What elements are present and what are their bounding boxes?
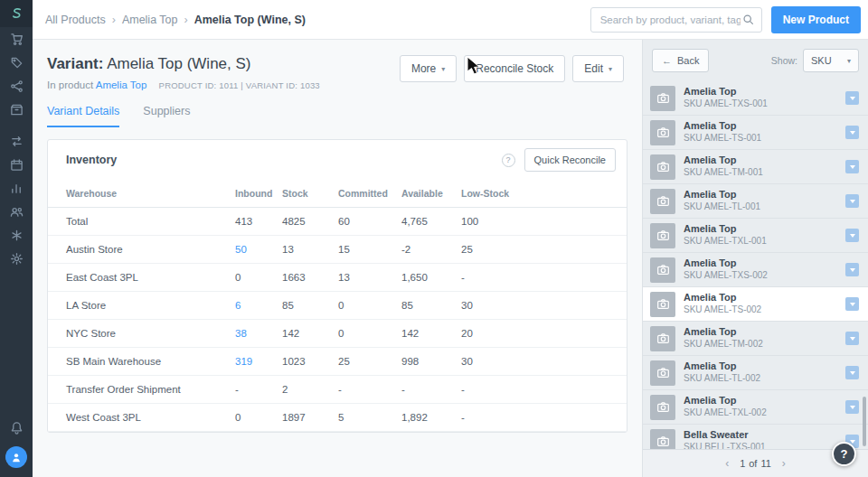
cell-low-stock: - xyxy=(461,404,609,431)
variant-list-item[interactable]: Amelia TopSKU AMEL-TM-002 xyxy=(643,322,868,356)
variant-list: Amelia TopSKU AMEL-TXS-001Amelia TopSKU … xyxy=(643,81,868,450)
variant-ids-meta: PRODUCT ID: 1011 | VARIANT ID: 1033 xyxy=(159,80,320,90)
variant-item-sku: SKU AMEL-TS-001 xyxy=(684,133,761,145)
camera-placeholder-icon xyxy=(650,292,675,317)
show-group: Show: SKU ▾ xyxy=(771,49,859,72)
inventory-box-icon[interactable] xyxy=(0,98,33,121)
search-input[interactable] xyxy=(599,14,742,26)
reconcile-stock-label: Reconcile Stock xyxy=(476,62,553,75)
back-button-label: Back xyxy=(677,55,699,66)
variant-item-sku: SKU AMEL-TL-002 xyxy=(684,373,760,385)
inventory-title: Inventory xyxy=(66,154,117,166)
inventory-table: WarehouseInboundStockCommittedAvailableL… xyxy=(48,180,627,432)
table-row: West Coast 3PL0189751,892- xyxy=(48,404,627,432)
reconcile-stock-button[interactable]: Reconcile Stock xyxy=(464,55,565,82)
cell-inbound[interactable]: 50 xyxy=(235,236,282,263)
tab-variant-details[interactable]: Variant Details xyxy=(47,105,119,127)
variant-list-item[interactable]: Amelia TopSKU AMEL-TS-002 xyxy=(643,287,868,322)
variant-list-item[interactable]: Amelia TopSKU AMEL-TS-001 xyxy=(643,116,868,150)
cell-inbound: 0 xyxy=(235,264,282,291)
show-dropdown[interactable]: SKU ▾ xyxy=(803,49,859,72)
stitch-logo-icon[interactable] xyxy=(0,0,33,27)
scrollbar-thumb[interactable] xyxy=(863,397,866,446)
help-circle-icon[interactable]: ? xyxy=(502,154,515,167)
cell-warehouse: East Coast 3PL xyxy=(66,264,235,291)
item-caret-badge-icon[interactable] xyxy=(845,366,859,379)
variant-item-title: Amelia Top xyxy=(684,395,767,407)
table-header-row: WarehouseInboundStockCommittedAvailableL… xyxy=(48,180,627,208)
variant-item-title: Amelia Top xyxy=(684,154,763,167)
page-of-label: of xyxy=(749,458,757,469)
variant-list-item[interactable]: Amelia TopSKU AMEL-TXL-002 xyxy=(643,390,868,425)
help-button[interactable]: ? xyxy=(832,442,856,466)
reports-chart-icon[interactable] xyxy=(0,176,33,200)
item-caret-badge-icon[interactable] xyxy=(845,297,859,311)
item-caret-badge-icon[interactable] xyxy=(845,332,859,345)
back-button[interactable]: ← Back xyxy=(652,49,709,72)
prev-page-icon[interactable]: ‹ xyxy=(725,457,729,470)
contacts-users-icon[interactable] xyxy=(0,200,33,223)
camera-placeholder-icon xyxy=(650,120,675,145)
column-header-committed: Committed xyxy=(338,180,401,207)
cell-committed: 15 xyxy=(338,236,401,263)
next-page-icon[interactable]: › xyxy=(782,457,786,470)
item-caret-badge-icon[interactable] xyxy=(845,126,859,139)
more-button[interactable]: More ▾ xyxy=(400,55,457,82)
variant-list-item[interactable]: Amelia TopSKU AMEL-TL-002 xyxy=(643,356,868,390)
cell-low-stock: - xyxy=(461,376,609,403)
variant-list-item[interactable]: Amelia TopSKU AMEL-TXL-001 xyxy=(643,219,868,253)
page-title-prefix: Variant: xyxy=(47,55,103,72)
product-link[interactable]: Amelia Top xyxy=(96,80,147,90)
item-caret-badge-icon[interactable] xyxy=(845,91,859,105)
item-caret-badge-icon[interactable] xyxy=(845,263,859,276)
cell-stock: 1023 xyxy=(282,348,338,375)
cell-stock: 1663 xyxy=(282,264,338,291)
new-product-button[interactable]: New Product xyxy=(771,6,861,33)
breadcrumb-item-all-products[interactable]: All Products xyxy=(45,14,106,26)
cell-stock: 1897 xyxy=(282,404,338,431)
tab-suppliers[interactable]: Suppliers xyxy=(143,105,190,127)
variant-subline: In product Amelia Top PRODUCT ID: 1011 |… xyxy=(47,80,320,90)
search-box[interactable] xyxy=(590,7,762,33)
user-avatar[interactable] xyxy=(5,446,27,468)
notifications-bell-icon[interactable] xyxy=(0,416,33,439)
variant-item-sku: SKU AMEL-TXS-002 xyxy=(684,270,768,282)
products-tag-icon[interactable] xyxy=(0,51,33,74)
quick-reconcile-button[interactable]: Quick Reconcile xyxy=(524,148,616,172)
item-caret-badge-icon[interactable] xyxy=(845,229,859,242)
listings-network-icon[interactable] xyxy=(0,74,33,98)
variant-list-item[interactable]: Amelia TopSKU AMEL-TL-001 xyxy=(643,184,868,219)
cell-available: - xyxy=(401,376,461,403)
variant-list-item[interactable]: Amelia TopSKU AMEL-TXS-001 xyxy=(643,81,868,116)
variant-item-title: Amelia Top xyxy=(684,223,767,236)
item-caret-badge-icon[interactable] xyxy=(845,400,859,414)
variant-item-sku: SKU AMEL-TM-001 xyxy=(684,167,763,179)
variant-list-item[interactable]: Amelia TopSKU AMEL-TXS-002 xyxy=(643,253,868,287)
variant-list-item[interactable]: Amelia TopSKU AMEL-TM-001 xyxy=(643,150,868,184)
page-indicator: 1 of 11 xyxy=(740,458,771,469)
cell-inbound[interactable]: 38 xyxy=(235,320,282,347)
cell-inbound: 0 xyxy=(235,404,282,431)
purchase-orders-calendar-icon[interactable] xyxy=(0,153,33,176)
column-header-available: Available xyxy=(401,180,461,207)
item-caret-badge-icon[interactable] xyxy=(845,160,859,173)
settings-gear-icon[interactable] xyxy=(0,247,33,270)
item-caret-badge-icon[interactable] xyxy=(845,194,859,208)
breadcrumb-item-amelia-top[interactable]: Amelia Top xyxy=(122,14,178,26)
edit-button[interactable]: Edit ▾ xyxy=(572,55,624,82)
camera-placeholder-icon xyxy=(650,86,675,111)
cell-available: 1,892 xyxy=(401,404,461,431)
cell-available: -2 xyxy=(401,236,461,263)
cell-inbound[interactable]: 319 xyxy=(235,348,282,375)
transfers-arrows-icon[interactable] xyxy=(0,129,33,153)
cell-low-stock: 25 xyxy=(461,236,609,263)
cell-warehouse: Total xyxy=(66,208,235,235)
camera-placeholder-icon xyxy=(650,326,675,351)
orders-cart-icon[interactable] xyxy=(0,27,33,51)
variant-panel: ← Back Show: SKU ▾ Amelia TopSKU AMEL-TX… xyxy=(642,40,868,477)
cell-inbound[interactable]: 6 xyxy=(235,292,282,319)
cell-low-stock: 30 xyxy=(461,292,609,319)
column-header-inbound: Inbound xyxy=(235,180,282,207)
cell-committed: 0 xyxy=(338,320,401,347)
integrations-asterisk-icon[interactable] xyxy=(0,223,33,247)
